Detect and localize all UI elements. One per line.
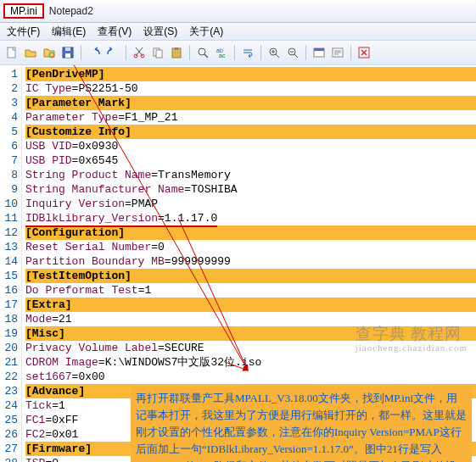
ini-key: Mode [25,313,52,326]
menu-file[interactable]: 文件(F) [7,25,40,39]
annotation-tooltip: 再打开群联量产工具MPALL_V3.18.00文件夹，找到MP.ini文件，用记… [131,387,472,462]
svg-rect-0 [8,47,15,58]
zoom-out-icon[interactable] [284,44,301,61]
undo-icon[interactable] [86,44,103,61]
menu-settings[interactable]: 设置(S) [143,25,177,39]
code-line[interactable]: USB PID=0x6545 [25,153,476,168]
toolbar-separator [350,45,351,60]
zoom-in-icon[interactable] [266,44,283,61]
browse-icon[interactable] [41,44,58,61]
ini-value: 999999999 [171,255,231,268]
copy-icon[interactable] [149,44,166,61]
code-line[interactable]: [Configuration] [25,225,476,240]
svg-rect-17 [314,48,324,51]
equals-sign: = [158,212,165,225]
code-line[interactable]: [Extra] [25,298,476,312]
code-line[interactable]: USB VID=0x0930 [25,139,476,153]
replace-icon[interactable]: abac [213,44,230,61]
code-line[interactable]: Parameter Type=F1_MP_21 [25,110,476,125]
svg-text:ac: ac [219,53,226,58]
menu-about[interactable]: 关于(A) [189,25,223,39]
code-line[interactable]: [Customize Info] [25,125,476,139]
equals-sign: = [158,342,165,354]
settings-icon[interactable] [329,44,346,61]
ini-key: USB VID [25,140,72,153]
code-line[interactable]: IDBlkLibrary_Version=1.1.17.0 [25,211,476,225]
code-line[interactable]: CDROM Image=K:\WINDOWS7中文版32位.iso [25,355,476,370]
ini-key: String Product Name [25,169,151,181]
line-number: 13 [0,240,18,254]
section-header: [TestItemOption] [25,270,132,282]
code-line[interactable]: Do Preformat Test=1 [25,283,476,298]
line-number: 12 [0,225,18,240]
code-line[interactable]: [Misc] [25,326,476,341]
code-line[interactable]: String Manufacturer Name=TOSHIBA [25,182,476,197]
open-file-icon[interactable] [22,44,39,61]
line-number: 14 [0,254,18,269]
code-line[interactable]: Partition Boundary MB=999999999 [25,254,476,269]
equals-sign: = [151,169,158,181]
save-icon[interactable] [59,44,76,61]
paste-icon[interactable] [168,44,185,61]
menu-view[interactable]: 查看(V) [98,25,132,39]
code-line[interactable]: set1667=0x00 [25,370,476,384]
code-line[interactable]: Inquiry Version=PMAP [25,197,476,211]
toolbar-separator [81,45,81,60]
line-number: 4 [0,110,18,125]
line-number: 11 [0,211,18,225]
equals-sign: = [165,255,171,268]
ini-value: 1 [59,399,65,412]
ini-key: USB PID [25,154,72,167]
menu-edit[interactable]: 编辑(E) [52,25,86,39]
line-number: 15 [0,269,18,283]
section-header: [Customize Info] [25,125,132,138]
svg-rect-4 [65,47,70,51]
section-header: [PenDriveMP] [25,68,105,81]
ini-value: TOSHIBA [191,183,238,196]
ini-value: 0 [158,241,165,253]
ini-key: FC2 [25,428,45,441]
code-line[interactable]: String Product Name=TransMemory [25,168,476,182]
section-header: [Firmware] [25,443,92,455]
line-number: 20 [0,341,18,355]
view-scheme-icon[interactable] [311,44,328,61]
section-header: [Misc] [25,327,65,340]
new-file-icon[interactable] [3,44,20,61]
ini-key: Parameter Type [25,111,118,124]
ini-key: FC1 [25,414,45,426]
toolbar-separator [126,45,126,60]
code-line[interactable]: Mode=21 [25,312,476,326]
svg-rect-8 [156,50,162,58]
cut-icon[interactable] [131,44,148,61]
ini-value: 21 [59,313,72,326]
find-icon[interactable] [194,44,211,61]
toolbar-separator [305,45,306,60]
exit-icon[interactable] [356,44,372,61]
line-number: 18 [0,312,18,326]
ini-value: 1.1.17.0 [165,212,217,225]
equals-sign: = [151,241,158,253]
title-bar: MP.ini Notepad2 [0,0,476,23]
code-line[interactable]: [PenDriveMP] [25,67,476,81]
ini-value: F1_MP_21 [125,111,177,124]
title-appname: Notepad2 [49,5,93,17]
toolbar-separator [260,45,261,60]
code-line[interactable]: [TestItemOption] [25,269,476,283]
redo-icon[interactable] [104,44,121,61]
line-number: 1 [0,67,18,81]
editor-area[interactable]: 1234567891011121314151617181920212223242… [0,65,476,462]
line-number: 22 [0,370,18,384]
wordwrap-icon[interactable] [239,44,256,61]
ini-key: Reset Serial Number [25,241,151,253]
line-number: 10 [0,197,18,211]
line-number: 5 [0,125,18,139]
line-number: 21 [0,355,18,370]
code-line[interactable]: Privacy Volume Label=SECURE [25,341,476,355]
svg-rect-10 [175,47,178,50]
ini-value: PMAP [132,198,158,210]
ini-value: 0x6545 [78,154,118,167]
code-line[interactable]: IC Type=PS2251-50 [25,81,476,96]
code-line[interactable]: Reset Serial Number=0 [25,240,476,254]
code-line[interactable]: [Parameter Mark] [25,96,476,110]
ini-value: PS2251-50 [78,82,137,95]
